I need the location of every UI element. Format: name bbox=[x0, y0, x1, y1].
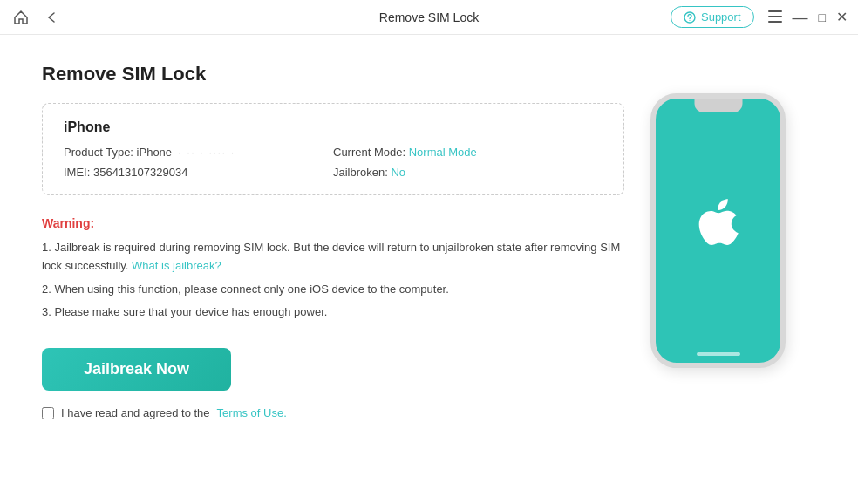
current-mode-value: Normal Mode bbox=[409, 146, 477, 159]
terms-of-use-link[interactable]: Terms of Use. bbox=[217, 406, 287, 419]
warning-point2: 2. When using this function, please conn… bbox=[42, 281, 624, 299]
svg-point-0 bbox=[684, 12, 695, 23]
phone-notch bbox=[694, 99, 742, 112]
apple-logo-icon bbox=[694, 193, 743, 259]
left-panel: Remove SIM Lock iPhone Product Type: iPh… bbox=[42, 63, 624, 419]
terms-row: I have read and agreed to the Terms of U… bbox=[42, 406, 624, 419]
phone-body bbox=[650, 93, 786, 368]
warning-point1: 1. Jailbreak is required during removing… bbox=[42, 239, 624, 276]
jailbroken-item: Jailbroken: No bbox=[333, 166, 603, 179]
warning-section: Warning: 1. Jailbreak is required during… bbox=[42, 216, 624, 322]
minimize-icon[interactable]: — bbox=[793, 10, 808, 25]
product-type-label: Product Type: iPhone bbox=[64, 146, 178, 159]
home-icon[interactable] bbox=[10, 7, 31, 28]
svg-point-1 bbox=[689, 19, 690, 20]
main-content: Remove SIM Lock iPhone Product Type: iPh… bbox=[0, 35, 858, 447]
right-panel bbox=[624, 45, 816, 419]
svg-rect-2 bbox=[768, 10, 782, 12]
support-button[interactable]: Support bbox=[671, 6, 754, 28]
close-icon[interactable]: ✕ bbox=[836, 10, 848, 24]
current-mode-label: Current Mode: bbox=[333, 146, 409, 159]
product-type-dots: · ·· · ···· · bbox=[178, 147, 235, 158]
current-mode-item: Current Mode: Normal Mode bbox=[333, 146, 603, 159]
phone-home-bar bbox=[697, 352, 740, 356]
product-type-item: Product Type: iPhone · ·· · ···· · bbox=[64, 146, 333, 159]
maximize-icon[interactable]: □ bbox=[819, 11, 826, 24]
jailbreak-now-button[interactable]: Jailbreak Now bbox=[42, 348, 231, 391]
window-controls: — □ ✕ bbox=[768, 10, 848, 25]
svg-rect-3 bbox=[768, 16, 782, 17]
titlebar-left bbox=[10, 7, 63, 28]
device-card: iPhone Product Type: iPhone · ·· · ···· … bbox=[42, 103, 624, 195]
titlebar-right: Support — □ ✕ bbox=[671, 6, 848, 28]
svg-rect-4 bbox=[768, 21, 782, 23]
warning-label: Warning: bbox=[42, 216, 624, 230]
terms-before-text: I have read and agreed to the bbox=[61, 406, 210, 419]
hamburger-icon[interactable] bbox=[768, 10, 782, 24]
imei-item: IMEI: 356413107329034 bbox=[64, 166, 333, 179]
terms-checkbox[interactable] bbox=[42, 407, 54, 419]
titlebar: Remove SIM Lock Support — □ ✕ bbox=[0, 0, 858, 35]
page-title: Remove SIM Lock bbox=[42, 63, 624, 85]
device-name: iPhone bbox=[64, 119, 603, 135]
window-title: Remove SIM Lock bbox=[379, 10, 479, 24]
jailbroken-label: Jailbroken: bbox=[333, 166, 391, 179]
phone-illustration bbox=[650, 93, 790, 372]
imei-label: IMEI: 356413107329034 bbox=[64, 166, 187, 179]
device-info-grid: Product Type: iPhone · ·· · ···· · Curre… bbox=[64, 146, 603, 179]
back-icon[interactable] bbox=[42, 7, 63, 28]
warning-point3: 3. Please make sure that your device has… bbox=[42, 303, 624, 322]
jailbroken-value: No bbox=[391, 166, 405, 179]
what-is-jailbreak-link[interactable]: What is jailbreak? bbox=[132, 259, 221, 272]
